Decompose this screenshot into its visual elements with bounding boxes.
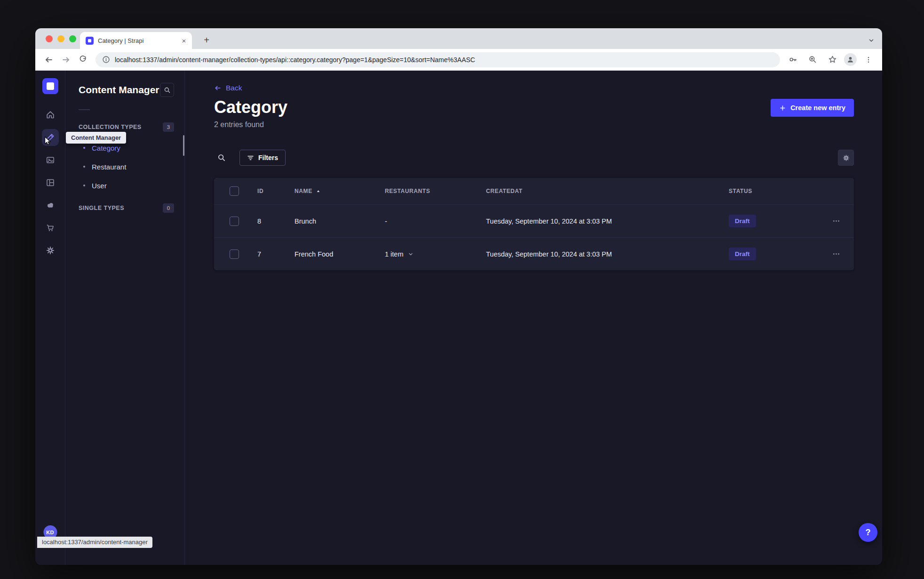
sidebar-scrollbar[interactable]: [183, 135, 184, 156]
zoom-icon[interactable]: [805, 52, 820, 68]
close-window-button[interactable]: [46, 35, 53, 42]
column-header-restaurants[interactable]: RESTAURANTS: [385, 188, 486, 194]
row-checkbox[interactable]: [230, 249, 239, 259]
tab-search-chevron-icon[interactable]: [868, 37, 875, 44]
collection-types-count-badge: 3: [163, 122, 174, 132]
strapi-favicon-icon: [86, 37, 94, 45]
create-new-entry-button[interactable]: Create new entry: [771, 99, 854, 117]
sidebar-item-label: Category: [92, 144, 120, 152]
sidebar-item-user[interactable]: User: [65, 176, 184, 195]
row-actions-ellipsis-icon[interactable]: [828, 246, 845, 263]
strapi-admin: KD Content Manager COLLECTION TYPES 3 Ca…: [35, 71, 882, 565]
chevron-down-icon: [408, 251, 414, 257]
status-badge: Draft: [729, 215, 756, 227]
back-link[interactable]: Back: [214, 84, 242, 92]
main-content: Back Category Create new entry 2 entries…: [185, 71, 882, 565]
window-controls: [46, 35, 76, 42]
cell-createdat: Tuesday, September 10, 2024 at 3:03 PM: [486, 250, 729, 258]
url-text: localhost:1337/admin/content-manager/col…: [115, 56, 475, 64]
cell-name: French Food: [295, 250, 385, 258]
link-status-bubble: localhost:1337/admin/content-manager: [37, 537, 152, 548]
maximize-window-button[interactable]: [69, 35, 76, 42]
bullet-icon: [83, 185, 85, 186]
passwords-key-icon[interactable]: [785, 52, 801, 68]
view-settings-gear-icon[interactable]: [838, 150, 854, 166]
sidebar-item-label: User: [92, 182, 107, 190]
arrow-left-icon: [214, 84, 222, 92]
sidebar-item-restaurant[interactable]: Restaurant: [65, 157, 184, 176]
restaurants-count-label: 1 item: [385, 250, 404, 258]
cell-restaurants[interactable]: 1 item: [385, 250, 486, 258]
back-label: Back: [226, 84, 242, 92]
strapi-logo[interactable]: [42, 78, 58, 94]
entries-count: 2 entries found: [214, 121, 854, 129]
tab-title: Category | Strapi: [98, 37, 175, 44]
row-checkbox[interactable]: [230, 217, 239, 226]
new-tab-button[interactable]: +: [200, 33, 213, 47]
profile-avatar-icon[interactable]: [844, 53, 857, 66]
content-manager-icon[interactable]: [42, 129, 59, 146]
filters-button[interactable]: Filters: [239, 150, 286, 166]
column-header-createdat[interactable]: CREATEDAT: [486, 188, 729, 194]
menu-kebab-icon[interactable]: [860, 52, 876, 68]
column-header-status[interactable]: STATUS: [729, 188, 819, 194]
marketplace-cart-icon[interactable]: [42, 219, 59, 236]
row-actions-ellipsis-icon[interactable]: [828, 213, 845, 230]
table-row[interactable]: 7 French Food 1 item Tuesday, September …: [214, 237, 854, 270]
page-title: Category: [214, 98, 287, 117]
browser-window: Category | Strapi × + localhost:1337/adm…: [35, 28, 882, 565]
table-header-row: ID NAME RESTAURANTS CREATEDAT STATUS: [214, 178, 854, 204]
home-icon[interactable]: [42, 106, 59, 123]
single-types-count-badge: 0: [163, 203, 174, 213]
collection-types-section: COLLECTION TYPES 3: [65, 122, 184, 132]
collection-types-label: COLLECTION TYPES: [79, 124, 142, 130]
column-header-name-label: NAME: [295, 188, 312, 194]
nav-tooltip: Content Manager: [66, 132, 126, 144]
sort-ascending-icon: [316, 189, 321, 194]
status-badge: Draft: [729, 248, 756, 260]
desktop: { "window": { "tab_title": "Category | S…: [0, 0, 924, 579]
column-header-id[interactable]: ID: [257, 188, 295, 194]
list-actions-row: Filters: [214, 150, 854, 166]
toolbar-right: [785, 52, 876, 68]
entries-table: ID NAME RESTAURANTS CREATEDAT STATUS 8: [214, 178, 854, 270]
cell-name: Brunch: [295, 217, 385, 225]
tab-strip: Category | Strapi × +: [35, 28, 882, 49]
help-button[interactable]: ?: [859, 523, 877, 542]
cell-id: 8: [257, 217, 295, 225]
content-type-builder-icon[interactable]: [42, 174, 59, 191]
search-icon[interactable]: [214, 150, 229, 165]
sidebar-title: Content Manager: [79, 84, 159, 96]
address-bar[interactable]: localhost:1337/admin/content-manager/col…: [96, 52, 780, 67]
minimize-window-button[interactable]: [57, 35, 64, 42]
sidebar-search-icon[interactable]: [160, 83, 174, 97]
table-row[interactable]: 8 Brunch - Tuesday, September 10, 2024 a…: [214, 204, 854, 237]
forward-icon[interactable]: [58, 52, 74, 68]
bookmark-star-icon[interactable]: [824, 52, 840, 68]
close-tab-icon[interactable]: ×: [180, 36, 188, 45]
filter-icon: [247, 154, 254, 161]
page-info-icon[interactable]: [102, 56, 110, 64]
content-manager-sidebar: Content Manager COLLECTION TYPES 3 Categ…: [65, 71, 185, 565]
single-types-label: SINGLE TYPES: [79, 205, 124, 211]
sidebar-divider: [79, 109, 90, 110]
sidebar-item-label: Restaurant: [92, 163, 126, 171]
single-types-section: SINGLE TYPES 0: [65, 203, 184, 213]
main-nav-rail: KD: [35, 71, 65, 565]
reload-icon[interactable]: [75, 52, 91, 68]
settings-icon[interactable]: [42, 242, 59, 259]
cell-createdat: Tuesday, September 10, 2024 at 3:03 PM: [486, 217, 729, 225]
select-all-checkbox[interactable]: [230, 186, 239, 196]
column-header-name[interactable]: NAME: [295, 188, 385, 194]
plus-icon: [779, 105, 786, 112]
create-new-entry-label: Create new entry: [790, 104, 845, 112]
browser-toolbar: localhost:1337/admin/content-manager/col…: [35, 49, 882, 71]
media-library-icon[interactable]: [42, 152, 59, 169]
bullet-icon: [83, 147, 85, 149]
back-icon[interactable]: [41, 52, 57, 68]
cell-restaurants: -: [385, 217, 486, 225]
bullet-icon: [83, 166, 85, 168]
browser-tab[interactable]: Category | Strapi ×: [80, 32, 192, 49]
cell-id: 7: [257, 250, 295, 258]
cloud-icon[interactable]: [42, 197, 59, 214]
